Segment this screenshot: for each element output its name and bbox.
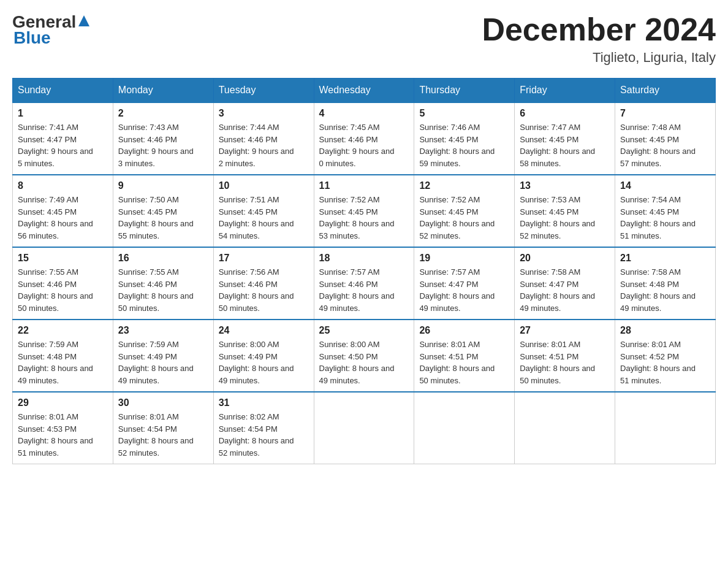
table-row: 4 Sunrise: 7:45 AMSunset: 4:46 PMDayligh… <box>314 102 414 175</box>
day-number: 23 <box>118 325 208 336</box>
day-info: Sunrise: 8:01 AMSunset: 4:54 PMDaylight:… <box>118 411 208 459</box>
day-info: Sunrise: 7:44 AMSunset: 4:46 PMDaylight:… <box>219 121 309 169</box>
col-monday: Monday <box>113 79 213 103</box>
day-number: 13 <box>520 180 610 191</box>
table-row: 16 Sunrise: 7:55 AMSunset: 4:46 PMDaylig… <box>113 247 213 320</box>
calendar-week-row: 22 Sunrise: 7:59 AMSunset: 4:48 PMDaylig… <box>13 320 716 392</box>
day-number: 28 <box>620 325 710 336</box>
day-number: 12 <box>419 180 509 191</box>
day-info: Sunrise: 8:01 AMSunset: 4:51 PMDaylight:… <box>520 339 610 386</box>
day-info: Sunrise: 7:58 AMSunset: 4:48 PMDaylight:… <box>620 266 710 314</box>
day-info: Sunrise: 7:57 AMSunset: 4:46 PMDaylight:… <box>319 266 409 314</box>
table-row: 21 Sunrise: 7:58 AMSunset: 4:48 PMDaylig… <box>615 247 716 320</box>
table-row: 18 Sunrise: 7:57 AMSunset: 4:46 PMDaylig… <box>314 247 414 320</box>
logo-blue-text: Blue <box>13 28 51 48</box>
day-info: Sunrise: 7:49 AMSunset: 4:45 PMDaylight:… <box>18 194 108 242</box>
day-info: Sunrise: 7:57 AMSunset: 4:47 PMDaylight:… <box>419 266 509 314</box>
col-sunday: Sunday <box>13 79 113 103</box>
day-info: Sunrise: 7:43 AMSunset: 4:46 PMDaylight:… <box>118 121 208 169</box>
day-info: Sunrise: 8:01 AMSunset: 4:51 PMDaylight:… <box>419 339 509 386</box>
day-number: 27 <box>520 325 610 336</box>
day-info: Sunrise: 8:00 AMSunset: 4:49 PMDaylight:… <box>219 339 309 386</box>
day-number: 1 <box>18 108 108 119</box>
day-number: 6 <box>520 108 610 119</box>
table-row: 24 Sunrise: 8:00 AMSunset: 4:49 PMDaylig… <box>213 320 314 392</box>
table-row: 8 Sunrise: 7:49 AMSunset: 4:45 PMDayligh… <box>13 175 113 247</box>
title-block: December 2024 Tiglieto, Liguria, Italy <box>482 12 716 66</box>
table-row: 25 Sunrise: 8:00 AMSunset: 4:50 PMDaylig… <box>314 320 414 392</box>
col-wednesday: Wednesday <box>314 79 414 103</box>
col-thursday: Thursday <box>414 79 515 103</box>
col-tuesday: Tuesday <box>213 79 314 103</box>
day-number: 24 <box>219 325 309 336</box>
day-number: 18 <box>319 253 409 264</box>
table-row: 11 Sunrise: 7:52 AMSunset: 4:45 PMDaylig… <box>314 175 414 247</box>
calendar-week-row: 15 Sunrise: 7:55 AMSunset: 4:46 PMDaylig… <box>13 247 716 320</box>
table-row: 22 Sunrise: 7:59 AMSunset: 4:48 PMDaylig… <box>13 320 113 392</box>
day-number: 22 <box>18 325 108 336</box>
logo: General Blue <box>12 12 92 48</box>
table-row: 7 Sunrise: 7:48 AMSunset: 4:45 PMDayligh… <box>615 102 716 175</box>
page-header: General Blue December 2024 Tiglieto, Lig… <box>12 12 716 66</box>
calendar-table: Sunday Monday Tuesday Wednesday Thursday… <box>12 78 716 464</box>
table-row: 15 Sunrise: 7:55 AMSunset: 4:46 PMDaylig… <box>13 247 113 320</box>
day-info: Sunrise: 7:55 AMSunset: 4:46 PMDaylight:… <box>118 266 208 314</box>
table-row <box>615 392 716 464</box>
table-row: 10 Sunrise: 7:51 AMSunset: 4:45 PMDaylig… <box>213 175 314 247</box>
day-number: 21 <box>620 253 710 264</box>
day-info: Sunrise: 7:53 AMSunset: 4:45 PMDaylight:… <box>520 194 610 242</box>
col-friday: Friday <box>515 79 615 103</box>
table-row: 9 Sunrise: 7:50 AMSunset: 4:45 PMDayligh… <box>113 175 213 247</box>
day-info: Sunrise: 7:51 AMSunset: 4:45 PMDaylight:… <box>219 194 309 242</box>
day-info: Sunrise: 8:01 AMSunset: 4:53 PMDaylight:… <box>18 411 108 459</box>
table-row: 6 Sunrise: 7:47 AMSunset: 4:45 PMDayligh… <box>515 102 615 175</box>
day-info: Sunrise: 7:55 AMSunset: 4:46 PMDaylight:… <box>18 266 108 314</box>
table-row: 31 Sunrise: 8:02 AMSunset: 4:54 PMDaylig… <box>213 392 314 464</box>
day-number: 9 <box>118 180 208 191</box>
day-number: 11 <box>319 180 409 191</box>
day-number: 16 <box>118 253 208 264</box>
table-row: 12 Sunrise: 7:52 AMSunset: 4:45 PMDaylig… <box>414 175 515 247</box>
calendar-week-row: 29 Sunrise: 8:01 AMSunset: 4:53 PMDaylig… <box>13 392 716 464</box>
day-info: Sunrise: 7:58 AMSunset: 4:47 PMDaylight:… <box>520 266 610 314</box>
table-row: 17 Sunrise: 7:56 AMSunset: 4:46 PMDaylig… <box>213 247 314 320</box>
day-info: Sunrise: 7:59 AMSunset: 4:48 PMDaylight:… <box>18 339 108 386</box>
day-number: 8 <box>18 180 108 191</box>
day-info: Sunrise: 7:56 AMSunset: 4:46 PMDaylight:… <box>219 266 309 314</box>
day-info: Sunrise: 7:54 AMSunset: 4:45 PMDaylight:… <box>620 194 710 242</box>
day-number: 10 <box>219 180 309 191</box>
day-number: 26 <box>419 325 509 336</box>
table-row: 26 Sunrise: 8:01 AMSunset: 4:51 PMDaylig… <box>414 320 515 392</box>
day-info: Sunrise: 7:50 AMSunset: 4:45 PMDaylight:… <box>118 194 208 242</box>
day-info: Sunrise: 7:48 AMSunset: 4:45 PMDaylight:… <box>620 121 710 169</box>
day-number: 3 <box>219 108 309 119</box>
table-row: 5 Sunrise: 7:46 AMSunset: 4:45 PMDayligh… <box>414 102 515 175</box>
logo-arrow-icon <box>77 12 91 32</box>
table-row: 27 Sunrise: 8:01 AMSunset: 4:51 PMDaylig… <box>515 320 615 392</box>
table-row: 23 Sunrise: 7:59 AMSunset: 4:49 PMDaylig… <box>113 320 213 392</box>
table-row: 19 Sunrise: 7:57 AMSunset: 4:47 PMDaylig… <box>414 247 515 320</box>
day-number: 7 <box>620 108 710 119</box>
calendar-week-row: 8 Sunrise: 7:49 AMSunset: 4:45 PMDayligh… <box>13 175 716 247</box>
day-info: Sunrise: 7:52 AMSunset: 4:45 PMDaylight:… <box>319 194 409 242</box>
table-row: 20 Sunrise: 7:58 AMSunset: 4:47 PMDaylig… <box>515 247 615 320</box>
day-number: 2 <box>118 108 208 119</box>
day-number: 30 <box>118 397 208 408</box>
day-info: Sunrise: 7:45 AMSunset: 4:46 PMDaylight:… <box>319 121 409 169</box>
col-saturday: Saturday <box>615 79 716 103</box>
table-row <box>515 392 615 464</box>
day-info: Sunrise: 8:00 AMSunset: 4:50 PMDaylight:… <box>319 339 409 386</box>
location-text: Tiglieto, Liguria, Italy <box>482 50 716 66</box>
day-number: 31 <box>219 397 309 408</box>
day-info: Sunrise: 8:01 AMSunset: 4:52 PMDaylight:… <box>620 339 710 386</box>
table-row: 3 Sunrise: 7:44 AMSunset: 4:46 PMDayligh… <box>213 102 314 175</box>
day-info: Sunrise: 7:41 AMSunset: 4:47 PMDaylight:… <box>18 121 108 169</box>
table-row: 28 Sunrise: 8:01 AMSunset: 4:52 PMDaylig… <box>615 320 716 392</box>
calendar-header-row: Sunday Monday Tuesday Wednesday Thursday… <box>13 79 716 103</box>
table-row: 14 Sunrise: 7:54 AMSunset: 4:45 PMDaylig… <box>615 175 716 247</box>
table-row: 29 Sunrise: 8:01 AMSunset: 4:53 PMDaylig… <box>13 392 113 464</box>
day-info: Sunrise: 7:52 AMSunset: 4:45 PMDaylight:… <box>419 194 509 242</box>
calendar-week-row: 1 Sunrise: 7:41 AMSunset: 4:47 PMDayligh… <box>13 102 716 175</box>
table-row: 30 Sunrise: 8:01 AMSunset: 4:54 PMDaylig… <box>113 392 213 464</box>
day-info: Sunrise: 7:46 AMSunset: 4:45 PMDaylight:… <box>419 121 509 169</box>
